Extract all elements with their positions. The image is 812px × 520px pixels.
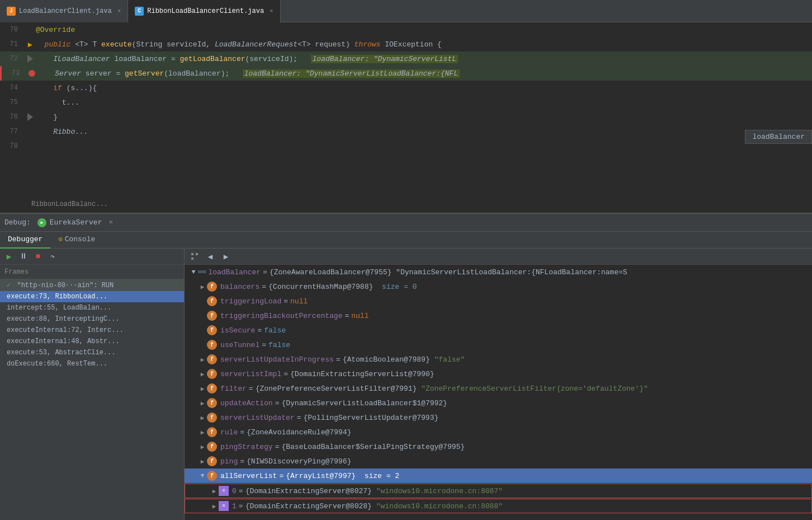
code-line-77: 77 Ribbo... (0, 124, 812, 139)
gutter-73 (26, 70, 37, 77)
code-content-70: @Override (36, 26, 812, 34)
var-balancers[interactable]: ▶ f balancers = {ConcurrentHashMap@7988}… (185, 279, 812, 294)
var-filter-eq: = (249, 385, 253, 393)
code-content-77: Ribbo... (36, 128, 812, 136)
var-ping-eq: = (240, 457, 244, 466)
stop-button[interactable]: ■ (32, 251, 44, 262)
expand-arrow-slup[interactable]: ▶ (198, 355, 207, 364)
step-over-button[interactable]: ↷ (47, 251, 58, 262)
code-line-75: 75 t... (0, 95, 812, 110)
expand-arrow-asl[interactable]: ▼ (198, 471, 207, 480)
frame-execute-88-text: execute:88, InterceptingC... (7, 315, 120, 323)
var-filter[interactable]: ▶ f filter = {ZonePreferenceServerListFi… (185, 381, 812, 396)
var-ping-name: ping (220, 457, 238, 466)
bookmark-icon-72 (27, 55, 33, 63)
expand-arrow-balancers[interactable]: ▶ (198, 282, 207, 291)
tab-loadbalancer[interactable]: J LoadBalancerClient.java × (0, 0, 128, 22)
var-ping-strategy[interactable]: ▶ f pingStrategy = {BaseLoadBalancer$Ser… (185, 439, 812, 454)
var-nav: ◀ ▶ (185, 249, 812, 265)
gutter-76 (25, 113, 36, 121)
check-icon: ✓ (7, 282, 11, 289)
resume-button[interactable]: ▶ (3, 251, 15, 262)
inline-hint-73: loadBalancer: "DynamicServerListLoadBala… (243, 69, 460, 78)
var-update-action[interactable]: ▶ f updateAction = {DynamicServerListLoa… (185, 396, 812, 410)
var-lb-name: loadBalancer (208, 268, 261, 277)
expand-arrow-s0[interactable]: ▶ (210, 486, 219, 495)
var-s1-str: "windows10.microdone.cn:8088" (372, 502, 503, 510)
field-icon-tbp: f (207, 311, 217, 321)
tab-ribbon-close[interactable]: × (270, 8, 273, 15)
var-locate-button[interactable] (189, 251, 200, 262)
var-asl-ref: {ArrayList@7997} (286, 472, 364, 480)
var-ping[interactable]: ▶ f ping = {NIWSDiscoveryPing@7996} (185, 454, 812, 469)
var-ut-value: false (268, 341, 290, 349)
var-forward-button[interactable]: ▶ (220, 251, 232, 262)
var-rule[interactable]: ▶ f rule = {ZoneAvoidanceRule@7994} (185, 425, 812, 439)
tab-loadbalancer-close[interactable]: × (117, 8, 121, 15)
var-tbp-value: null (351, 312, 369, 320)
var-filter-name: filter (220, 385, 247, 393)
expand-arrow-sli[interactable]: ▶ (198, 369, 207, 378)
gutter-72 (25, 55, 36, 63)
var-server-list-impl[interactable]: ▶ f serverListImpl = {DomainExtractingSe… (185, 367, 812, 381)
var-sli-value: {DomainExtractingServerList@7990} (290, 370, 434, 378)
line-num-76: 76 (4, 113, 25, 121)
tab-console[interactable]: ⚙ Console (50, 232, 103, 249)
expand-arrow-filter[interactable]: ▶ (198, 384, 207, 393)
var-triggering-load[interactable]: ▶ f triggeringLoad = null (185, 294, 812, 308)
code-line-71: 71 ▶ public <T> T execute(String service… (0, 37, 812, 51)
inline-hint-72: loadBalancer: "DynamicServerListL (311, 55, 458, 63)
frame-thread[interactable]: ✓ "http-nio-80···ain": RUN (0, 279, 184, 291)
expand-arrow-slu[interactable]: ▶ (198, 413, 207, 422)
code-line-76: 76 } (0, 110, 812, 124)
var-slu-eq: = (297, 414, 301, 422)
frame-exec-internal-72[interactable]: executeInternal:72, Interc... (0, 325, 184, 336)
frame-execute-88[interactable]: execute:88, InterceptingC... (0, 313, 184, 325)
var-server-list-updater[interactable]: ▶ f serverListUpdater = {PollingServerLi… (185, 410, 812, 425)
frame-doexecute-660[interactable]: doExecute:660, RestTem... (0, 358, 184, 369)
expand-arrow-rule[interactable]: ▶ (198, 428, 207, 437)
frame-exec-internal-48[interactable]: executeInternal:48, Abstr... (0, 336, 184, 347)
var-balancers-eq: = (262, 283, 266, 291)
expand-arrow-ps[interactable]: ▶ (198, 442, 207, 451)
code-line-73: 73 Server server = getServer(loadBalance… (0, 66, 812, 81)
expand-arrow-s1[interactable]: ▶ (210, 502, 219, 510)
var-s1-ref: {DomainExtractingServer@8028} (246, 502, 372, 510)
var-slup-name: serverListUpdateInProgress (220, 355, 334, 364)
list-icon-s1: ≡ (219, 501, 229, 511)
frame-execute-53[interactable]: execute:53, AbstractClie... (0, 347, 184, 358)
var-server-1[interactable]: ▶ ≡ 1 = {DomainExtractingServer@8028} "w… (185, 499, 812, 513)
var-use-tunnel[interactable]: ▶ f useTunnel = false (185, 338, 812, 352)
breadcrumb-label: RibbonLoadBalanc... (28, 199, 111, 209)
var-is-secure[interactable]: ▶ f isSecure = false (185, 323, 812, 338)
var-triggering-blackout[interactable]: ▶ f triggeringBlackoutPercentage = null (185, 308, 812, 323)
var-load-balancer[interactable]: ▼ ∞∞ loadBalancer = {ZoneAwareLoadBalanc… (185, 265, 812, 279)
code-content-72: ILoadBalancer loadBalancer = getLoadBala… (36, 55, 812, 63)
session-close[interactable]: × (108, 218, 113, 227)
frame-execute-73[interactable]: execute:73, RibbonLoad... (0, 291, 184, 302)
expand-arrow-ping[interactable]: ▶ (198, 457, 207, 466)
pause-button[interactable]: ⏸ (18, 251, 29, 262)
list-icon-s0: ≡ (219, 486, 229, 496)
tab-debugger[interactable]: Debugger (0, 232, 50, 249)
tab-ribbon[interactable]: C RibbonLoadBalancerClient.java × (128, 0, 280, 22)
expand-arrow-ua[interactable]: ▶ (198, 399, 207, 407)
var-s1-idx: 1 (232, 502, 237, 510)
var-ua-eq: = (275, 399, 280, 407)
var-server-list-update[interactable]: ▶ f serverListUpdateInProgress = {Atomic… (185, 352, 812, 367)
frame-thread-text: "http-nio-80···ain": RUN (17, 282, 114, 289)
var-lb-eq: = (263, 268, 267, 277)
tab-bar: J LoadBalancerClient.java × C RibbonLoad… (0, 0, 812, 22)
frame-intercept-55[interactable]: intercept:55, LoadBalan... (0, 302, 184, 313)
debug-header: Debug: ▶ EurekaServer × (0, 214, 812, 232)
expand-arrow-lb[interactable]: ▼ (189, 268, 198, 277)
var-ps-value: {BaseLoadBalancer$SerialPingStrategy@799… (281, 443, 465, 451)
var-tl-value: null (290, 297, 308, 306)
var-all-server-list[interactable]: ▼ f allServerList = {ArrayList@7997} siz… (185, 469, 812, 483)
var-server-0[interactable]: ▶ ≡ 0 = {DomainExtractingServer@8027} "w… (185, 484, 812, 498)
svg-rect-2 (191, 257, 193, 260)
main-container: J LoadBalancerClient.java × C RibbonLoad… (0, 0, 812, 520)
var-slup-value: {AtomicBoolean@7989} (343, 355, 430, 364)
var-ut-name: useTunnel (220, 341, 259, 349)
var-back-button[interactable]: ◀ (205, 251, 216, 262)
